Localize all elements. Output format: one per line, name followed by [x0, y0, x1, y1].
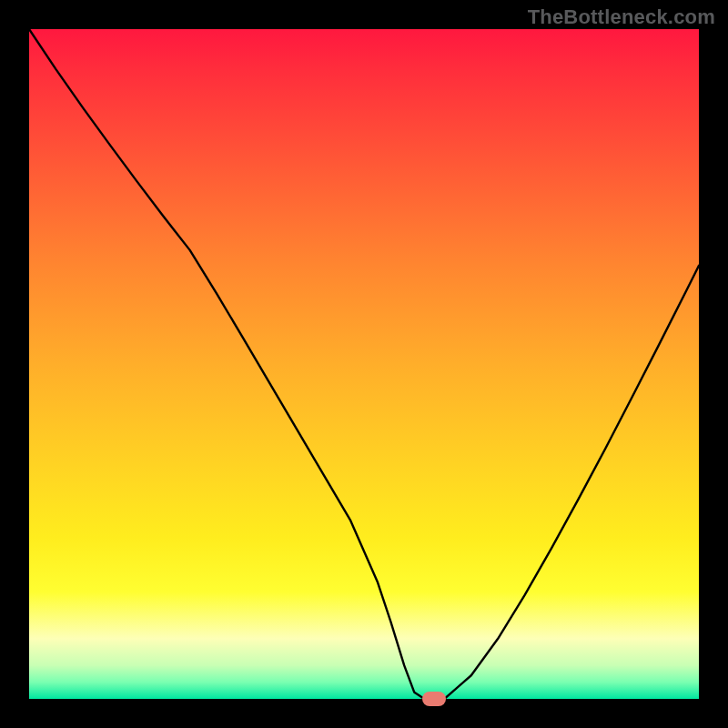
optimum-marker — [422, 692, 446, 706]
chart-frame: TheBottleneck.com — [0, 0, 728, 728]
plot-area — [29, 29, 699, 699]
bottleneck-curve — [29, 29, 699, 699]
attribution-label: TheBottleneck.com — [528, 5, 715, 29]
